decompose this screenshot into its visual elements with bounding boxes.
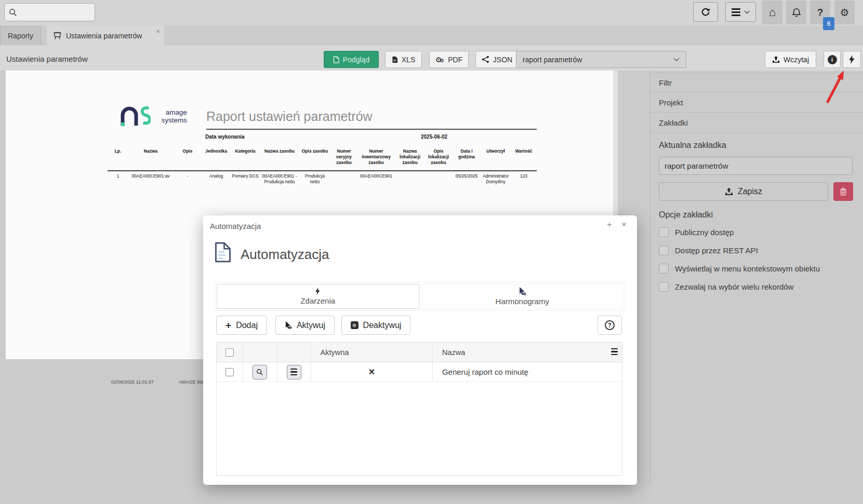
delete-bookmark-button[interactable] — [833, 182, 853, 201]
preview-button[interactable]: Podgląd — [324, 51, 379, 68]
tab-close-icon[interactable]: × — [156, 28, 160, 35]
deactivate-button[interactable]: ⚙ Deaktywuj — [341, 316, 410, 335]
option-rest-api[interactable]: Dostęp przez REST API — [659, 244, 758, 256]
inactive-x-icon: × — [368, 366, 375, 378]
hamburger-icon — [732, 8, 740, 16]
checkbox[interactable] — [659, 264, 669, 274]
table-header-spacer — [277, 343, 311, 362]
dialog-tabbar: Zdarzenia Harmonogramy — [215, 282, 626, 311]
help-button[interactable]: ? — [598, 316, 622, 335]
automation-lightning-button[interactable] — [843, 51, 861, 68]
tab-zdarzenia-label: Zdarzenia — [300, 296, 335, 305]
report-select[interactable]: raport parametrów — [516, 51, 686, 68]
option-label: Publiczny dostęp — [675, 228, 734, 237]
report-col: Numer inwentarzowy zasobu — [357, 148, 395, 166]
table-menu-icon[interactable] — [611, 348, 618, 355]
report-cell: 123 — [511, 173, 537, 185]
main-menu-button[interactable] — [725, 2, 756, 22]
presentation-board-icon — [53, 31, 62, 40]
checkbox[interactable] — [659, 246, 669, 255]
activate-button[interactable]: Aktywuj — [275, 316, 335, 335]
gears-icon: ⚙⚙ — [435, 56, 443, 63]
table-row[interactable]: × Generuj raport co minutę — [217, 362, 622, 382]
report-cell — [424, 173, 453, 185]
xls-button[interactable]: XLS — [385, 51, 422, 68]
notification-count-badge[interactable]: 6 — [823, 17, 834, 30]
sidebar-section-bookmarks[interactable]: Zakładki — [650, 113, 863, 133]
report-col: Numer seryjny zasobu — [331, 148, 357, 166]
info-icon: i — [828, 55, 837, 64]
row-details-button[interactable] — [253, 365, 267, 379]
home-icon: ⌂ — [769, 6, 776, 19]
search-input[interactable] — [20, 8, 90, 17]
gear-icon: ⚙ — [840, 6, 849, 19]
report-col: Data i godzina — [453, 148, 481, 166]
tab-zdarzenia[interactable]: Zdarzenia — [217, 284, 419, 309]
dialog-heading: Automatyzacja — [241, 247, 329, 263]
tab-raporty[interactable]: Raporty — [0, 26, 41, 45]
add-button[interactable]: + Dodaj — [216, 316, 267, 335]
option-label: Dostęp przez REST API — [675, 246, 758, 255]
report-footer-app: AMAGE We — [179, 379, 204, 385]
option-label: Zezwalaj na wybór wielu rekordów — [675, 282, 793, 291]
search-icon — [256, 369, 263, 376]
report-col: Lp. — [108, 148, 128, 166]
json-button[interactable]: JSON — [475, 51, 519, 68]
exec-date-label: Data wykonania — [205, 134, 245, 140]
xls-label: XLS — [402, 56, 415, 64]
section-bookmarks-label: Zakładki — [659, 118, 688, 127]
square-gear-icon: ⚙ — [351, 321, 359, 329]
question-icon: ? — [817, 7, 824, 18]
option-public-access[interactable]: Publiczny dostęp — [659, 226, 734, 238]
notifications-button[interactable] — [786, 1, 806, 24]
chevron-down-icon — [673, 58, 680, 62]
report-cell: Produkcja netto — [299, 173, 331, 185]
select-all-checkbox[interactable] — [225, 348, 234, 357]
close-icon[interactable]: × — [621, 220, 627, 230]
option-context-menu[interactable]: Wyświetlaj w menu kontekstowym obiektu — [659, 263, 820, 274]
maximize-icon[interactable]: + — [607, 220, 612, 230]
bookmark-name-input[interactable] — [659, 157, 853, 175]
lightning-icon — [315, 288, 320, 295]
report-cell: Analog — [202, 173, 230, 185]
report-col: Opis lokalizacji zasobu — [424, 148, 453, 166]
home-button[interactable]: ⌂ — [762, 1, 782, 24]
row-checkbox[interactable] — [225, 368, 234, 376]
global-search[interactable] — [4, 3, 95, 21]
pdf-button[interactable]: ⚙⚙ PDF — [429, 51, 469, 68]
report-cell: - — [173, 173, 202, 185]
load-button[interactable]: Wczytaj — [765, 51, 816, 68]
amage-logo: amage systems — [118, 105, 187, 129]
cursor-gear-icon — [285, 321, 292, 329]
option-multi-select[interactable]: Zezwalaj na wybór wielu rekordów — [659, 281, 793, 292]
report-col: Opis zasobu — [299, 148, 331, 166]
cursor-gear-icon — [519, 287, 526, 295]
save-bookmark-button[interactable]: Zapisz — [659, 182, 828, 201]
activate-label: Aktywuj — [297, 321, 325, 330]
col-aktywna-header[interactable]: Aktywna — [311, 343, 433, 362]
tab-raporty-label: Raporty — [8, 32, 33, 40]
schedules-table: Aktywna Nazwa × Generuj raport co minutę — [216, 342, 622, 476]
settings-button[interactable]: ⚙ — [834, 1, 855, 24]
info-button[interactable]: i — [824, 51, 841, 68]
file-xls-icon — [392, 56, 398, 63]
automation-dialog: Automatyzacja + × Automatyzacja Zdarzeni… — [203, 215, 637, 485]
document-icon — [215, 241, 231, 263]
checkbox[interactable] — [659, 227, 669, 237]
logo-line2: systems — [154, 117, 187, 125]
logo-line1: amage — [154, 109, 187, 117]
refresh-button[interactable] — [693, 2, 718, 22]
report-title: Raport ustawień parametrów — [206, 109, 537, 130]
report-cell: 05/25/2025 — [453, 173, 481, 185]
row-menu-button[interactable] — [287, 365, 301, 379]
report-col: Opis — [173, 148, 202, 166]
chevron-down-icon — [744, 10, 750, 14]
col-nazwa-header[interactable]: Nazwa — [433, 343, 622, 362]
tab-ustawienia-parametrow[interactable]: Ustawienia parametrów × — [47, 26, 164, 45]
tab-harmonogramy[interactable]: Harmonogramy — [421, 284, 624, 309]
report-col: Utworzył — [481, 148, 511, 166]
section-project-label: Projekt — [659, 98, 683, 107]
checkbox[interactable] — [659, 282, 669, 292]
report-col: Jednostka — [202, 148, 230, 166]
top-header: ⌂ ? ⚙ 6 — [0, 0, 863, 26]
